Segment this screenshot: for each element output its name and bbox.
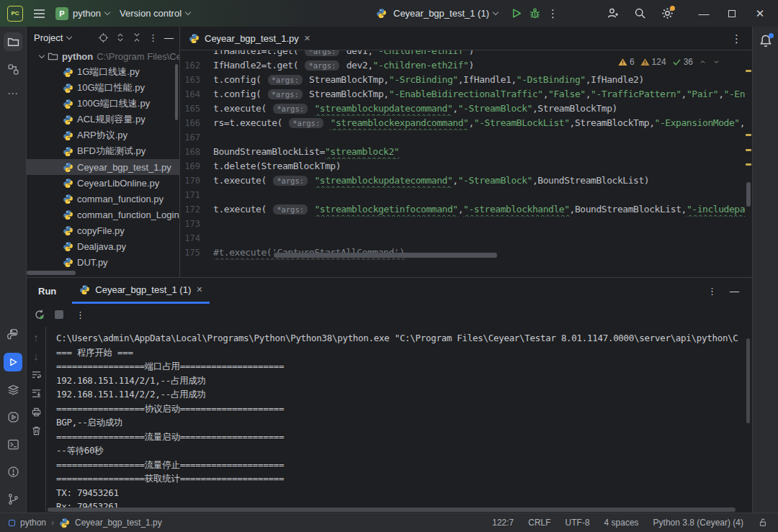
tree-item[interactable]: comman_function.py [27, 191, 179, 207]
soft-wrap-icon[interactable] [31, 369, 42, 380]
unlock-icon[interactable] [758, 518, 768, 528]
locate-file-icon[interactable] [98, 32, 109, 43]
tree-item[interactable]: BFD功能测试.py [27, 143, 179, 159]
run-toolbar-more-icon[interactable]: ⋮ [76, 310, 85, 320]
tree-item[interactable]: 1G端口线速.py [27, 64, 179, 80]
tree-item[interactable]: 10G端口性能.py [27, 80, 179, 96]
code-line[interactable]: 167 [180, 130, 745, 145]
hamburger-menu-icon[interactable] [33, 9, 45, 19]
profiler-tool-icon[interactable] [4, 407, 22, 426]
typo-ok-item[interactable]: 36 [672, 57, 693, 67]
code-line[interactable]: 169t.delete(StreamBlockTmp) [180, 159, 745, 173]
code-line[interactable]: 166rs=t.execute( *args: "streamblockexpa… [180, 116, 745, 130]
up-stacktrace-icon[interactable]: ↑ [33, 332, 39, 343]
editor-horizontal-scrollbar[interactable] [274, 253, 497, 258]
code-line[interactable]: 165t.execute( *args: "streamblockupdatec… [180, 102, 745, 116]
print-icon[interactable] [31, 407, 42, 418]
inspections-widget[interactable]: 6 124 36 [615, 56, 723, 68]
run-configuration-selector[interactable]: Ceyear_bgp_test_1 (1) [393, 8, 498, 19]
editor-vertical-scrollbar[interactable] [746, 182, 751, 207]
window-minimize-button[interactable]: — [697, 8, 710, 19]
run-tab-close-icon[interactable]: ✕ [196, 285, 202, 294]
caret-position[interactable]: 122:7 [492, 518, 514, 528]
line-ending[interactable]: CRLF [528, 518, 550, 528]
collapse-all-icon[interactable] [132, 32, 142, 42]
debug-button[interactable] [529, 7, 541, 19]
services-tool-icon[interactable] [4, 380, 22, 399]
prev-problem-icon[interactable] [699, 58, 707, 66]
console-horizontal-scrollbar[interactable] [48, 508, 735, 512]
hide-panel-icon[interactable]: — [164, 33, 174, 42]
code-line[interactable]: 172t.execute( *args: "streamblockgetinfo… [180, 202, 745, 217]
editor-tab[interactable]: Ceyear_bgp_test_1.py ✕ [180, 27, 319, 50]
project-tool-icon[interactable] [4, 32, 22, 51]
expand-all-icon[interactable] [115, 32, 125, 42]
scroll-to-end-icon[interactable] [31, 388, 42, 399]
warning-strong-item[interactable]: 6 [618, 57, 635, 67]
code-line[interactable]: 163t.config( *args: StreamBlockTmp,"-Src… [180, 73, 745, 87]
project-more-icon[interactable]: ⋮ [148, 33, 158, 42]
window-close-button[interactable]: ✕ [754, 8, 766, 19]
project-horizontal-scrollbar[interactable] [27, 271, 76, 275]
interpreter[interactable]: Python 3.8 (Ceyear) (4) [653, 518, 743, 528]
editor-tabs-more-icon[interactable]: ⋮ [731, 33, 752, 44]
tree-root-row[interactable]: python C:\Program Files\Ce [27, 48, 179, 64]
tree-item[interactable]: ARP协议.py [27, 127, 179, 143]
run-panel-more-icon[interactable]: ⋮ [707, 287, 717, 296]
tree-item[interactable]: copyFile.py [27, 222, 179, 238]
next-problem-icon[interactable] [712, 58, 720, 66]
code-editor[interactable]: IfHandle1=t.get( *args: dev1,"-children-… [180, 50, 752, 276]
vcs-widget-button[interactable]: Version control [120, 8, 190, 19]
stripe-warning-mark[interactable] [746, 149, 751, 151]
code-line[interactable]: 168BoundStreamBlockList="streamblock2" [180, 145, 745, 159]
breadcrumb-module[interactable]: python [20, 518, 46, 528]
stripe-warning-mark[interactable] [746, 134, 751, 136]
stripe-warning-mark[interactable] [746, 163, 751, 166]
breadcrumb-file[interactable]: Ceyear_bgp_test_1.py [75, 518, 162, 528]
code-line[interactable]: 174 [180, 231, 745, 245]
terminal-tool-icon[interactable] [4, 435, 22, 454]
run-panel-hide-icon[interactable]: — [730, 287, 739, 296]
tree-item[interactable]: CeyearLibOnline.py [27, 175, 179, 191]
stop-icon[interactable] [55, 310, 63, 319]
project-vertical-scrollbar[interactable] [175, 64, 178, 120]
run-tool-icon[interactable] [4, 353, 22, 371]
code-line[interactable]: 164t.config( *args: StreamBlockTmp,"-Ena… [180, 87, 745, 102]
problems-tool-icon[interactable] [4, 462, 22, 481]
notifications-bell-icon[interactable] [759, 34, 773, 48]
window-maximize-button[interactable] [725, 10, 738, 17]
run-button[interactable] [510, 7, 522, 19]
settings-gear-icon[interactable] [661, 7, 674, 19]
run-tab[interactable]: Ceyear_bgp_test_1 (1) ✕ [72, 278, 210, 304]
file-encoding[interactable]: UTF-8 [565, 518, 590, 528]
more-actions-icon[interactable]: ⋮ [547, 8, 558, 19]
git-tool-icon[interactable] [4, 490, 22, 508]
tree-item[interactable]: 100G端口线速.py [27, 96, 179, 112]
stripe-warning-mark[interactable] [746, 70, 751, 72]
tree-item[interactable]: Ceyear_bgp_test_1.py [27, 159, 179, 175]
error-stripe[interactable] [745, 50, 752, 276]
rerun-icon[interactable] [34, 309, 45, 320]
tree-item[interactable]: DUT.py [27, 254, 179, 270]
down-stacktrace-icon[interactable]: ↓ [33, 351, 39, 361]
search-everywhere-icon[interactable] [634, 7, 646, 19]
more-tool-windows-icon[interactable]: ⋯ [7, 87, 19, 100]
project-widget-button[interactable]: P python [55, 7, 109, 20]
console-vertical-scrollbar[interactable] [746, 338, 750, 423]
warning-weak-item[interactable]: 124 [640, 57, 666, 67]
code-line[interactable]: 173 [180, 217, 745, 231]
python-packages-tool-icon[interactable] [4, 325, 22, 344]
code-line[interactable]: 171 [180, 188, 745, 202]
tree-item[interactable]: comman_function_Login.p [27, 207, 179, 222]
clear-console-icon[interactable] [31, 425, 42, 436]
tab-close-icon[interactable]: ✕ [304, 34, 310, 43]
tree-item[interactable]: Dealjava.py [27, 238, 179, 254]
tree-item[interactable]: ACL规则容量.py [27, 112, 179, 127]
console-output[interactable]: C:\Users\admin\AppData\Local\Programs\Py… [46, 327, 752, 513]
indent-style[interactable]: 4 spaces [604, 518, 639, 528]
chevron-down-icon[interactable] [66, 33, 72, 39]
project-tree[interactable]: python C:\Program Files\Ce 1G端口线速.py10G端… [27, 48, 179, 270]
structure-tool-icon[interactable] [4, 60, 22, 78]
code-with-me-icon[interactable] [607, 7, 619, 19]
code-line[interactable]: 170t.execute( *args: "streamblockupdatec… [180, 173, 745, 188]
